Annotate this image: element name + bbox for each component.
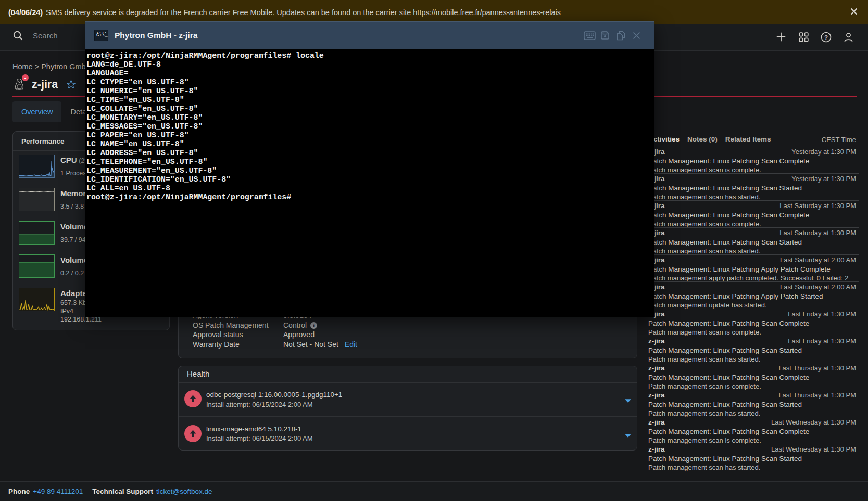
activity-description: Patch management scan is complete. <box>648 382 761 390</box>
activity-device: z-jira <box>648 445 665 453</box>
activity-time: Last Thursday at 1:30 PM <box>778 391 856 399</box>
add-icon[interactable] <box>775 31 787 43</box>
activity-time: Yesterday at 1:30 PM <box>791 175 856 183</box>
activity-device: z-jira <box>648 337 665 345</box>
activity-item[interactable]: z-jira Last Thursday at 1:30 PM Patch Ma… <box>645 363 859 390</box>
activity-item[interactable]: z-jira Yesterday at 1:30 PM Patch Manage… <box>645 147 859 174</box>
detail-label-approval: Approval status <box>193 330 283 339</box>
activity-description: Patch management scan is complete. <box>648 328 761 336</box>
breadcrumb[interactable]: Home > Phytron GmbH <box>12 62 91 71</box>
info-icon[interactable]: i <box>310 322 317 329</box>
perf-cpu-title: CPU <box>60 156 77 164</box>
activity-time: Last Friday at 1:30 PM <box>788 310 856 318</box>
activity-device: z-jira <box>648 364 665 372</box>
detail-value-approval: Approved <box>283 330 315 339</box>
activity-item[interactable]: z-jira Last Saturday at 2:00 AM Patch Ma… <box>645 282 859 309</box>
activity-subject: Patch Management: Linux Patching Scan St… <box>648 455 802 463</box>
activity-subject: Patch Management: Linux Patching Scan Co… <box>648 319 809 327</box>
adapter-chart <box>19 288 55 311</box>
activity-item[interactable]: z-jira Last Wednesday at 1:30 PM Patch M… <box>645 417 859 444</box>
perf-card-volume2[interactable]: Volume 0.2 / 0.2 GB <box>19 254 95 278</box>
activity-device: z-jira <box>648 418 665 426</box>
activity-time: Last Wednesday at 1:30 PM <box>771 418 856 426</box>
volume2-chart <box>19 254 55 278</box>
detail-label-os-patch: OS Patch Management <box>193 321 283 329</box>
banner-message: SMS delivery service is degraded for the… <box>46 8 561 17</box>
activity-description: Patch management scan is complete. <box>648 166 761 174</box>
activity-description: Patch management scan has started. <box>648 409 760 417</box>
activity-item[interactable]: z-jira Last Saturday at 2:00 AM Patch Ma… <box>645 255 859 282</box>
activity-description: Patch management scan is complete. <box>648 436 761 444</box>
activity-time: Yesterday at 1:30 PM <box>791 148 856 156</box>
terminal-close-icon[interactable] <box>630 29 643 42</box>
favorite-star-icon[interactable] <box>66 80 76 89</box>
activity-subject: Patch Management: Linux Patching Scan Co… <box>648 428 809 435</box>
tab-related-items[interactable]: Related Items <box>725 135 771 143</box>
keyboard-icon[interactable] <box>583 29 596 42</box>
notification-banner: (04/06/24) SMS delivery service is degra… <box>0 0 868 24</box>
activity-time: Last Saturday at 2:00 AM <box>780 256 856 264</box>
activity-time: Last Saturday at 1:30 PM <box>779 202 856 210</box>
terminal-window: ....C:\_ Phytron GmbH - z-jira root@z-ji… <box>85 21 654 317</box>
activity-description: Patch management update has started. <box>648 301 767 309</box>
expand-caret-icon[interactable] <box>624 433 632 438</box>
activity-time: Last Thursday at 1:30 PM <box>778 364 856 372</box>
apps-grid-icon[interactable] <box>798 31 809 43</box>
activity-subject: Patch Management: Linux Patching Apply P… <box>648 265 831 273</box>
activity-subject: Patch Management: Linux Patching Scan Co… <box>648 211 809 219</box>
activity-description: Patch management apply patch completed. … <box>648 274 848 282</box>
activity-description: Patch management scan has started. <box>648 464 760 471</box>
activity-subject: Patch Management: Linux Patching Scan Co… <box>648 157 809 165</box>
cpu-chart <box>19 155 55 178</box>
update-available-icon <box>184 390 202 407</box>
save-icon[interactable] <box>599 29 611 42</box>
support-email-link[interactable]: ticket@softbox.de <box>156 487 212 495</box>
terminal-title: Phytron GmbH - z-jira <box>115 31 197 40</box>
svg-text:?: ? <box>824 34 827 40</box>
help-icon[interactable]: ? <box>820 31 832 43</box>
support-label: Technical Support <box>92 487 153 495</box>
activity-device: z-jira <box>648 391 665 399</box>
banner-close-icon[interactable] <box>847 5 861 18</box>
edit-link[interactable]: Edit <box>345 340 357 349</box>
activity-item[interactable]: z-jira Last Wednesday at 1:30 PM Patch M… <box>645 444 859 471</box>
health-panel: Health odbc-postgresql 1:16.00.0005-1.pg… <box>178 366 637 451</box>
activity-item[interactable]: z-jira Yesterday at 1:30 PM Patch Manage… <box>645 174 859 201</box>
search-icon <box>12 30 23 41</box>
activity-time: Last Saturday at 1:30 PM <box>779 229 856 237</box>
activity-description: Patch management scan has started. <box>648 247 760 255</box>
copy-icon[interactable] <box>614 29 627 42</box>
detail-value-os-patch: Control <box>283 321 307 329</box>
tab-notes[interactable]: Notes (0) <box>687 135 718 143</box>
tab-overview[interactable]: Overview <box>12 101 61 122</box>
terminal-icon: ....C:\_ <box>94 30 108 41</box>
activity-item[interactable]: z-jira Last Saturday at 1:30 PM Patch Ma… <box>645 228 859 255</box>
detail-value-warranty: Not Set - Not Set <box>283 340 338 349</box>
perf-card-cpu[interactable]: CPU (2%) 1 Processor <box>19 155 95 178</box>
health-title: Health <box>179 366 637 383</box>
activity-description: Patch management scan has started. <box>648 193 760 201</box>
phone-link[interactable]: +49 89 4111201 <box>33 487 83 495</box>
activity-subject: Patch Management: Linux Patching Scan St… <box>648 401 802 408</box>
user-icon[interactable] <box>842 31 854 43</box>
activity-item[interactable]: z-jira Last Thursday at 1:30 PM Patch Ma… <box>645 390 859 417</box>
activity-item[interactable]: z-jira Last Friday at 1:30 PM Patch Mana… <box>645 309 859 336</box>
update-available-icon <box>184 425 202 442</box>
memory-chart <box>19 188 55 211</box>
device-name: z-jira <box>32 78 58 91</box>
activity-description: Patch management scan is complete. <box>648 220 761 228</box>
activity-time: Last Saturday at 2:00 AM <box>780 283 856 291</box>
global-search[interactable]: Search <box>12 30 58 41</box>
activity-item[interactable]: z-jira Last Friday at 1:30 PM Patch Mana… <box>645 336 859 363</box>
terminal-output[interactable]: root@z-jira:/opt/NinjaRMMAgent/programfi… <box>85 49 654 317</box>
activity-item[interactable]: z-jira Last Saturday at 1:30 PM Patch Ma… <box>645 201 859 228</box>
volume1-chart <box>19 221 55 245</box>
search-placeholder: Search <box>33 31 58 40</box>
activity-time: Last Friday at 1:30 PM <box>788 337 856 345</box>
terminal-titlebar[interactable]: ....C:\_ Phytron GmbH - z-jira <box>85 21 654 49</box>
linux-device-icon: - <box>14 78 24 91</box>
expand-caret-icon[interactable] <box>624 399 632 403</box>
activity-time: Last Wednesday at 1:30 PM <box>771 445 856 453</box>
activity-description: Patch management scan has started. <box>648 355 760 363</box>
perf-card-memory[interactable]: Memory 3.5 / 3.8 GB <box>19 188 95 211</box>
